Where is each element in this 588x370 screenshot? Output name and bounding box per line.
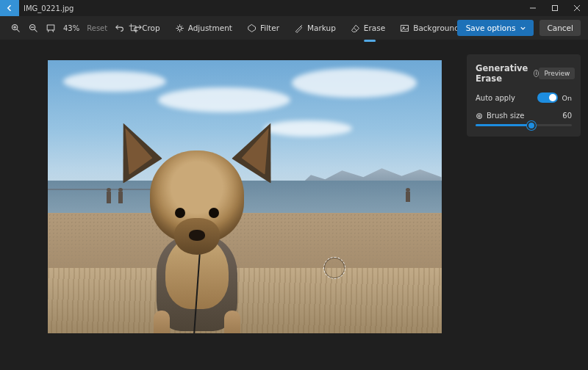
undo-icon[interactable] [115, 23, 125, 33]
tool-markup[interactable]: Markup [294, 21, 336, 36]
preview-button[interactable]: Preview [539, 68, 575, 79]
photo-cloud [63, 71, 166, 92]
auto-apply-label: Auto apply [476, 94, 515, 102]
save-label: Save options [466, 23, 516, 32]
erase-brush-cursor[interactable] [323, 257, 345, 279]
tool-adjustment[interactable]: Adjustment [175, 21, 232, 36]
chevron-down-icon [520, 25, 526, 32]
svg-point-8 [478, 115, 481, 117]
window-controls [522, 0, 588, 16]
auto-apply-toggle[interactable] [537, 92, 558, 103]
auto-apply-state: On [562, 94, 573, 102]
zoom-in-icon[interactable] [10, 23, 21, 33]
fit-screen-icon[interactable] [46, 23, 56, 33]
info-icon[interactable]: i [534, 70, 539, 77]
photo-cloud [158, 87, 290, 112]
tool-background[interactable]: Background [400, 21, 459, 36]
crop-icon [129, 23, 138, 33]
svg-rect-0 [553, 6, 558, 11]
back-button[interactable] [0, 0, 19, 16]
properties-panel: Generative Erase i Preview Auto apply On… [459, 40, 588, 370]
tool-erase[interactable]: Erase [351, 21, 385, 36]
markup-icon [294, 23, 304, 33]
photo-person [406, 192, 410, 202]
brush-size-icon [476, 112, 483, 120]
maximize-button[interactable] [544, 0, 566, 16]
photo-cloud [292, 68, 417, 98]
save-options-button[interactable]: Save options [457, 20, 534, 36]
erase-icon [351, 23, 360, 33]
cancel-button[interactable]: Cancel [539, 20, 581, 36]
svg-point-4 [178, 26, 182, 30]
tool-label: Crop [142, 23, 160, 32]
canvas-area[interactable] [0, 40, 459, 370]
tool-label: Background [413, 23, 459, 32]
slider-thumb[interactable] [527, 121, 536, 130]
titlebar: IMG_0221.jpg [0, 0, 588, 16]
adjustment-icon [175, 23, 184, 33]
generative-erase-panel: Generative Erase i Preview Auto apply On… [467, 54, 581, 137]
svg-rect-3 [47, 25, 54, 30]
tool-label: Filter [260, 23, 279, 32]
tool-label: Erase [364, 23, 385, 32]
filter-icon [247, 23, 257, 33]
photo-cloud [264, 120, 352, 137]
brush-size-slider[interactable] [476, 124, 572, 126]
zoom-level[interactable]: 43% [63, 24, 79, 32]
editor-toolbar: 43% Reset Crop Adjustment Filter Markup … [0, 16, 588, 40]
tool-filter[interactable]: Filter [247, 21, 279, 36]
image-canvas[interactable] [48, 60, 442, 333]
brush-size-label: Brush size [487, 112, 524, 120]
tool-label: Markup [307, 23, 336, 32]
slider-fill [476, 124, 531, 126]
tool-label: Adjustment [188, 23, 232, 32]
reset-button[interactable]: Reset [87, 24, 107, 32]
tool-crop[interactable]: Crop [129, 21, 160, 36]
minimize-button[interactable] [522, 0, 544, 16]
photo-person [107, 192, 111, 203]
close-button[interactable] [566, 0, 588, 16]
svg-point-7 [477, 113, 482, 118]
zoom-out-icon[interactable] [28, 23, 38, 33]
photo-dog [120, 126, 274, 333]
window-title: IMG_0221.jpg [19, 4, 74, 12]
background-icon [400, 23, 409, 33]
panel-title: Generative Erase [476, 63, 530, 84]
brush-size-value: 60 [562, 112, 572, 120]
